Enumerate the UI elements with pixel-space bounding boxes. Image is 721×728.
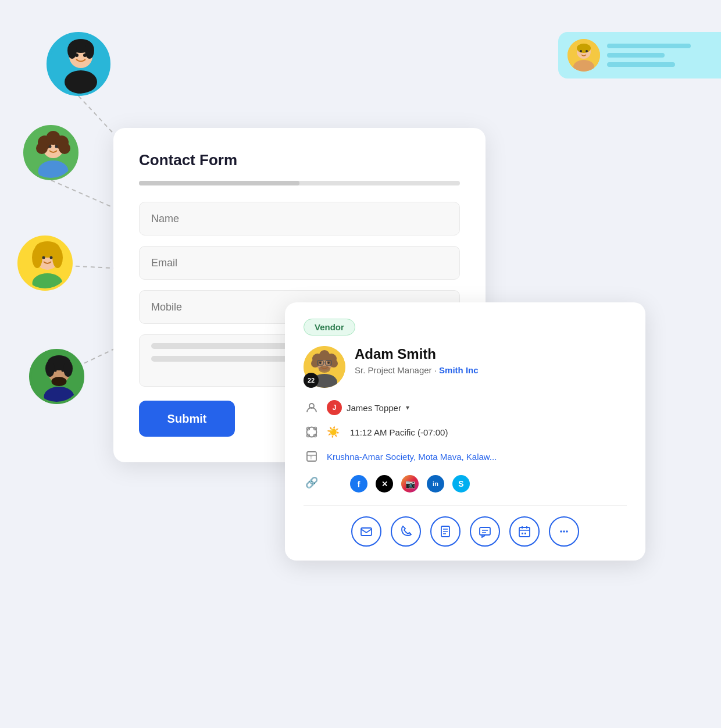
owner-name: James Topper xyxy=(347,403,401,413)
action-bar xyxy=(304,505,627,547)
svg-point-20 xyxy=(49,145,52,148)
top-right-card xyxy=(558,32,721,78)
svg-point-21 xyxy=(55,145,58,148)
floating-avatar-4 xyxy=(29,349,84,404)
submit-button[interactable]: Submit xyxy=(139,401,235,437)
top-right-avatar xyxy=(567,39,600,72)
time-row: ☀️ 11:12 AM Pacific (-07:00) xyxy=(304,424,627,440)
contact-info: Adam Smith Sr. Project Manager · Smith I… xyxy=(355,346,479,375)
svg-point-37 xyxy=(54,369,57,372)
email-input[interactable] xyxy=(139,246,460,280)
svg-rect-73 xyxy=(480,527,490,535)
contact-role: Sr. Project Manager · Smith Inc xyxy=(355,365,479,375)
floating-avatar-1 xyxy=(47,32,110,96)
svg-point-18 xyxy=(59,142,70,154)
svg-point-9 xyxy=(65,70,97,94)
svg-point-25 xyxy=(32,247,42,268)
svg-rect-81 xyxy=(524,533,526,534)
time-icon xyxy=(304,424,320,440)
svg-point-41 xyxy=(577,44,591,53)
card-line-2 xyxy=(607,53,665,58)
form-progress-fill xyxy=(139,181,299,185)
facebook-icon[interactable]: f xyxy=(350,475,367,493)
twitter-x-icon[interactable]: ✕ xyxy=(376,475,393,493)
form-title: Contact Form xyxy=(139,151,460,169)
svg-rect-68 xyxy=(361,528,372,536)
more-action-button[interactable] xyxy=(549,516,579,547)
instagram-icon[interactable]: 📷 xyxy=(401,475,419,493)
svg-point-38 xyxy=(62,369,65,372)
contact-badge-number: 22 xyxy=(304,373,319,388)
address-row: T Krushna-Amar Society, Mota Mava, Kalaw… xyxy=(304,448,627,465)
contact-header: 22 Adam Smith Sr. Project Manager · Smit… xyxy=(304,346,627,388)
contact-detail-card: Vendor xyxy=(285,302,645,561)
email-action-button[interactable] xyxy=(351,516,381,547)
message-action-button[interactable] xyxy=(470,516,500,547)
card-line-3 xyxy=(607,62,675,67)
phone-action-button[interactable] xyxy=(391,516,421,547)
social-row: 🔗 f ✕ 📷 in S xyxy=(304,473,627,493)
chevron-down-icon[interactable]: ▾ xyxy=(406,404,409,412)
contact-name: Adam Smith xyxy=(355,346,479,363)
top-right-card-lines xyxy=(607,44,712,67)
svg-rect-76 xyxy=(519,527,530,537)
svg-point-43 xyxy=(580,50,582,52)
vendor-badge: Vendor xyxy=(304,319,355,336)
svg-point-83 xyxy=(563,530,565,533)
svg-point-29 xyxy=(50,256,53,259)
calendar-action-button[interactable] xyxy=(509,516,540,547)
svg-point-33 xyxy=(45,361,55,377)
svg-point-55 xyxy=(319,362,322,364)
floating-avatar-2 xyxy=(23,125,78,180)
svg-point-34 xyxy=(63,361,73,377)
linkedin-icon[interactable]: in xyxy=(427,475,444,493)
svg-point-17 xyxy=(36,142,48,154)
svg-point-57 xyxy=(319,366,330,373)
svg-point-26 xyxy=(52,247,63,268)
svg-rect-80 xyxy=(522,533,523,534)
link-icon: 🔗 xyxy=(304,474,320,491)
svg-point-56 xyxy=(327,362,330,364)
person-icon xyxy=(304,399,320,416)
floating-avatar-3 xyxy=(17,235,73,291)
name-input[interactable] xyxy=(139,202,460,235)
form-progress-bar xyxy=(139,181,460,185)
svg-text:T: T xyxy=(310,455,313,461)
owner-avatar: J xyxy=(327,400,342,415)
card-line-1 xyxy=(607,44,691,48)
skype-icon[interactable]: S xyxy=(452,475,470,493)
owner-row: J James Topper ▾ xyxy=(304,399,627,416)
contact-avatar-wrap: 22 xyxy=(304,346,345,388)
svg-point-28 xyxy=(42,256,45,259)
contact-company: Smith Inc xyxy=(439,365,479,375)
svg-point-60 xyxy=(307,427,317,437)
social-icons: f ✕ 📷 in S xyxy=(350,475,470,493)
address-icon: T xyxy=(304,448,320,465)
svg-point-11 xyxy=(83,53,87,57)
svg-point-35 xyxy=(52,377,67,386)
svg-point-84 xyxy=(566,530,568,533)
address-text: Krushna-Amar Society, Mota Mava, Kalaw..… xyxy=(327,452,497,462)
svg-point-44 xyxy=(586,50,588,52)
time-text: 11:12 AM Pacific (-07:00) xyxy=(350,427,448,437)
owner-info: J James Topper ▾ xyxy=(327,400,409,415)
svg-point-82 xyxy=(560,530,562,533)
sun-icon: ☀️ xyxy=(327,426,340,438)
note-action-button[interactable] xyxy=(430,516,461,547)
svg-point-10 xyxy=(75,53,78,57)
